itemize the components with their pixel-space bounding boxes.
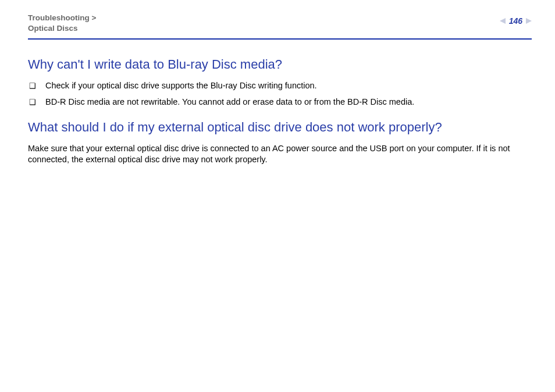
breadcrumb-line-1: Troubleshooting > [28, 13, 96, 22]
header-row: Troubleshooting > Optical Discs 146 [28, 13, 532, 38]
arrow-left-icon[interactable] [500, 18, 506, 24]
list-item: ❑ Check if your optical disc drive suppo… [28, 80, 532, 92]
bullet-icon: ❑ [29, 80, 36, 92]
body-paragraph: Make sure that your external optical dis… [28, 143, 532, 166]
heading-bluray-write: Why can't I write data to Blu-ray Disc m… [28, 57, 532, 72]
breadcrumb-line-2: Optical Discs [28, 24, 78, 33]
bullet-list: ❑ Check if your optical disc drive suppo… [28, 80, 532, 108]
page-header: Troubleshooting > Optical Discs 146 [0, 0, 555, 38]
bullet-text: Check if your optical disc drive support… [45, 80, 317, 92]
pager: 146 [500, 16, 532, 26]
breadcrumb: Troubleshooting > Optical Discs [28, 13, 96, 34]
bullet-text: BD-R Disc media are not rewritable. You … [45, 97, 414, 108]
page-number: 146 [509, 16, 522, 26]
content-area: Why can't I write data to Blu-ray Disc m… [0, 40, 555, 165]
bullet-icon: ❑ [29, 97, 36, 108]
list-item: ❑ BD-R Disc media are not rewritable. Yo… [28, 97, 532, 108]
heading-external-drive: What should I do if my external optical … [28, 120, 532, 135]
arrow-right-icon[interactable] [526, 18, 532, 24]
